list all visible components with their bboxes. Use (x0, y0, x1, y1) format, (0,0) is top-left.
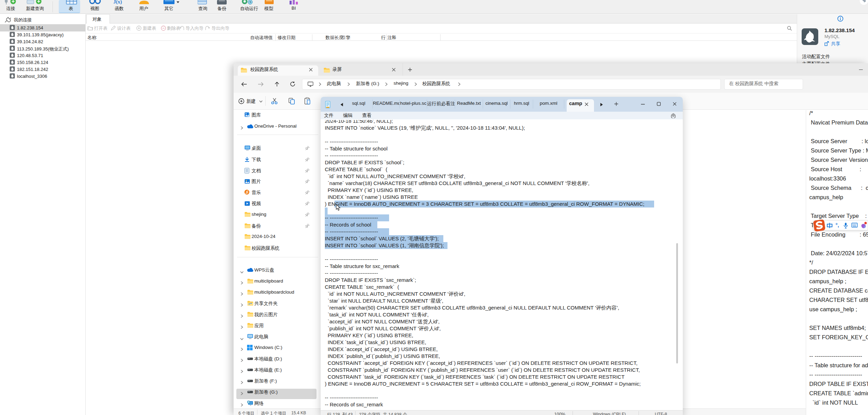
svg-text:J(x): J(x) (113, 0, 122, 5)
